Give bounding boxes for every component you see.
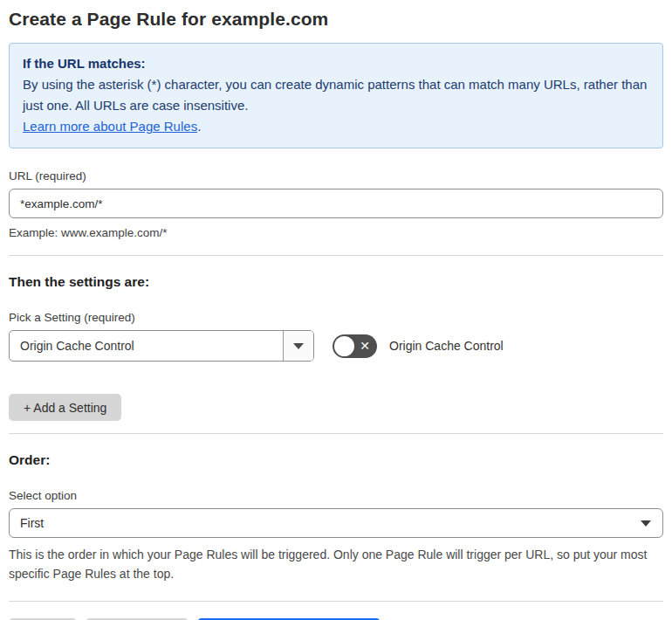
url-input[interactable]	[9, 189, 663, 218]
url-label: URL (required)	[9, 169, 663, 183]
toggle-label: Origin Cache Control	[389, 339, 504, 353]
toggle-knob	[334, 336, 354, 356]
url-example-text: Example: www.example.com/*	[9, 226, 663, 239]
origin-cache-control-toggle-group: ✕ Origin Cache Control	[333, 334, 504, 358]
setting-select[interactable]: Origin Cache Control	[9, 330, 314, 362]
page-rule-form: Create a Page Rule for example.com If th…	[0, 0, 672, 620]
settings-section-heading: Then the settings are:	[9, 274, 663, 290]
divider	[9, 601, 663, 602]
order-select-value: First	[10, 516, 641, 530]
page-title: Create a Page Rule for example.com	[9, 9, 663, 30]
setting-row: Origin Cache Control ✕ Origin Cache Cont…	[9, 330, 663, 362]
order-help-text: This is the order in which your Page Rul…	[9, 545, 662, 583]
learn-more-link[interactable]: Learn more about Page Rules	[23, 119, 197, 134]
info-box-link-line: Learn more about Page Rules.	[23, 116, 649, 137]
info-box-body: By using the asterisk (*) character, you…	[23, 74, 649, 116]
url-match-info-box: If the URL matches: By using the asteris…	[9, 43, 663, 148]
order-section-heading: Order:	[9, 452, 663, 468]
add-setting-button[interactable]: + Add a Setting	[9, 394, 121, 421]
divider	[9, 255, 663, 256]
origin-cache-control-toggle[interactable]: ✕	[333, 334, 377, 358]
info-box-heading: If the URL matches:	[23, 53, 649, 74]
pick-setting-label: Pick a Setting (required)	[9, 311, 663, 324]
setting-select-value: Origin Cache Control	[10, 339, 283, 353]
setting-select-arrow-button[interactable]	[283, 331, 313, 361]
link-suffix: .	[197, 119, 201, 134]
chevron-down-icon	[293, 343, 304, 349]
order-select[interactable]: First	[9, 508, 663, 538]
toggle-off-x-icon: ✕	[360, 334, 370, 358]
divider	[9, 433, 663, 434]
order-select-label: Select option	[9, 489, 663, 502]
chevron-down-icon	[641, 520, 651, 527]
